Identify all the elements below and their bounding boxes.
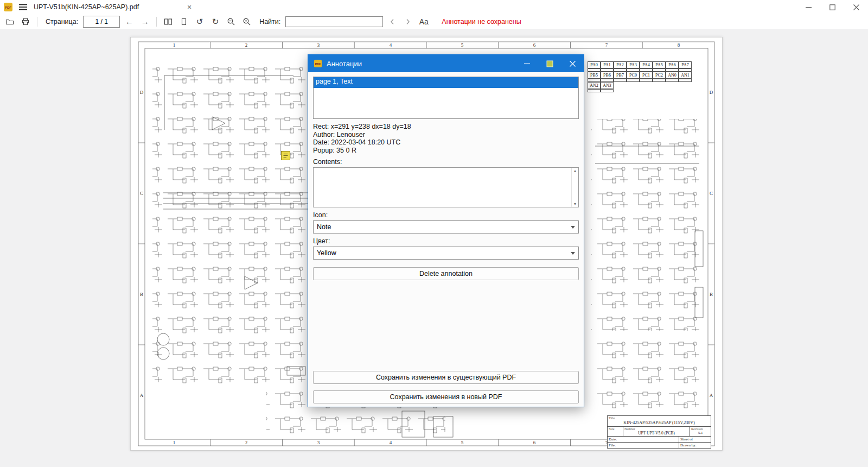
open-file-button[interactable] [3,16,16,28]
find-input[interactable] [285,16,383,27]
color-select-value: Yellow [317,249,336,257]
rotate-cw-icon[interactable]: ↻ [209,16,222,28]
rotate-ccw-icon[interactable]: ↺ [193,16,206,28]
icon-select-value: Note [317,223,331,231]
svg-text:PDF: PDF [5,6,11,9]
find-label: Найти: [259,18,280,26]
zoom-in-icon[interactable] [240,16,253,28]
dialog-maximize-button[interactable] [538,55,561,72]
annotation-list[interactable]: page 1, Text [313,77,579,119]
zoom-out-icon[interactable] [225,16,238,28]
contents-textarea[interactable]: ▲ ▼ [313,167,579,207]
svg-text:PDF: PDF [315,62,321,66]
single-page-view-icon[interactable] [177,16,190,28]
annotations-unsaved-warning: Аннотации не сохранены [442,18,521,26]
svg-text:B: B [140,292,143,297]
print-button[interactable] [19,16,32,28]
icon-select[interactable]: Note [313,220,579,234]
scroll-down-icon[interactable]: ▼ [573,202,577,206]
pdf-logo-icon: PDF [3,2,13,12]
chevron-down-icon [571,252,575,255]
page-label: Страница: [46,18,78,26]
svg-text:2: 2 [245,42,248,48]
dialog-titlebar[interactable]: PDF Аннотации [308,55,584,72]
next-page-icon[interactable]: → [138,16,151,28]
prev-page-icon[interactable]: ← [123,16,136,28]
annotation-author: Author: Lenouser [313,131,579,139]
pdf-logo-icon: PDF [314,59,322,68]
annotation-date: Date: 2022-03-04 18:20 UTC [313,138,579,147]
close-tab-icon[interactable]: × [184,3,194,11]
annotation-popup: Popup: 35 0 R [313,147,579,155]
color-select[interactable]: Yellow [313,247,579,260]
annotations-dialog: PDF Аннотации page 1, Text Rect: x=291 [308,54,584,407]
case-sensitive-toggle[interactable]: Aa [417,16,430,28]
annotation-list-item-selected[interactable]: page 1, Text [314,77,578,88]
svg-text:6: 6 [533,42,536,48]
color-label: Цвет: [313,237,579,245]
save-buttons-group: Сохранить изменения в существующий PDF С… [313,364,579,403]
close-button[interactable] [844,0,868,14]
svg-text:2: 2 [245,440,248,445]
toolbar: Страница: ← → ↺ ↻ Найти: Aa Аннотации не… [0,14,868,29]
two-page-view-icon[interactable] [162,16,175,28]
save-new-pdf-button[interactable]: Сохранить изменения в новый PDF [313,390,579,403]
annotation-rect: Rect: x=291 y=238 dx=18 dy=18 [313,123,579,131]
page-number-input[interactable] [83,16,120,28]
svg-text:1: 1 [173,440,176,445]
find-next-icon[interactable] [401,16,414,28]
svg-text:1: 1 [173,42,176,48]
svg-text:5: 5 [461,42,464,48]
svg-text:4: 4 [390,440,392,445]
dialog-minimize-button[interactable] [515,55,538,72]
find-prev-icon[interactable] [386,16,399,28]
svg-text:A: A [710,393,713,398]
delete-annotation-button[interactable]: Delete annotation [313,267,579,280]
svg-text:6: 6 [533,440,536,445]
contents-label: Contents: [313,158,579,166]
scroll-up-icon[interactable]: ▲ [573,169,577,173]
schematic-title-block: Title KIN-425AP/525AP/625AP (115V,230V) … [607,415,711,449]
icon-label: Icon: [313,211,579,219]
svg-text:3: 3 [317,42,320,48]
separator [156,17,157,27]
annotation-info: Rect: x=291 y=238 dx=18 dy=18 Author: Le… [313,123,579,154]
svg-text:8: 8 [678,42,680,48]
window-titlebar: PDF UPT-V51b(KIN-425AP~625AP).pdf × [0,0,868,14]
menu-icon[interactable] [17,2,28,12]
document-canvas: 1 2 3 4 5 6 7 8 1 2 3 4 5 6 7 8 D C B A [0,29,868,467]
svg-text:C: C [710,191,713,196]
svg-text:3: 3 [317,440,320,445]
svg-text:B: B [710,292,713,297]
chevron-down-icon [571,226,575,229]
svg-text:D: D [140,90,144,95]
minimize-button[interactable] [796,0,820,14]
dialog-title: Аннотации [327,60,362,68]
save-existing-pdf-button[interactable]: Сохранить изменения в существующий PDF [313,371,579,384]
svg-text:4: 4 [390,42,392,48]
dialog-close-button[interactable] [561,55,584,72]
separator [37,17,37,27]
svg-text:A: A [140,393,144,398]
text-annotation-icon[interactable] [281,151,290,160]
pin-assignment-table: PA0 PA1 PA2 PA3 PA4 PA5 PA6 PA7 PB5 PB6 … [588,61,692,92]
maximize-button[interactable] [820,0,844,14]
document-title: UPT-V51b(KIN-425AP~625AP).pdf [34,3,139,11]
svg-text:5: 5 [461,440,464,445]
contents-scrollbar[interactable]: ▲ ▼ [571,168,578,207]
svg-text:D: D [710,90,713,95]
svg-text:C: C [140,191,143,196]
svg-text:7: 7 [605,42,608,48]
